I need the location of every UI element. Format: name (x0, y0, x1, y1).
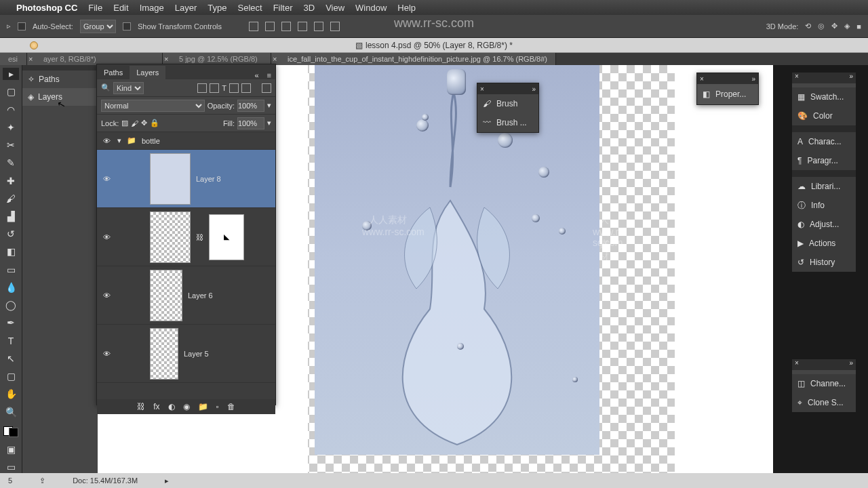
hand-tool[interactable]: ✋ (3, 388, 19, 400)
layer-group[interactable]: 👁 ▾ 📁 bottle (97, 132, 275, 150)
layer-name[interactable]: Layer 8 (196, 175, 221, 183)
layer-thumbnail[interactable] (150, 211, 191, 263)
layer-mask-thumbnail[interactable]: ◣ (209, 214, 244, 260)
menu-type[interactable]: Type (208, 3, 226, 13)
menu-file[interactable]: File (88, 3, 102, 13)
link-layers-icon[interactable]: ⛓ (137, 402, 145, 411)
auto-select-checkbox[interactable] (18, 22, 26, 30)
3d-icon[interactable]: ✥ (831, 22, 837, 30)
close-icon[interactable]: × (480, 85, 484, 93)
lock-all-icon[interactable]: 🔒 (150, 119, 159, 127)
visibility-icon[interactable]: 👁 (101, 137, 112, 145)
marquee-tool[interactable]: ▢ (3, 85, 19, 98)
gradient-tool[interactable]: ▭ (3, 264, 19, 276)
paragraph-item[interactable]: ¶Paragr... (792, 151, 856, 170)
close-icon[interactable]: × (700, 75, 704, 83)
auto-select-dropdown[interactable]: Group (80, 20, 116, 33)
visibility-icon[interactable]: 👁 (101, 175, 112, 183)
filter-adjust-icon[interactable] (210, 83, 219, 93)
visibility-icon[interactable]: 👁 (101, 233, 112, 241)
layer-thumbnail[interactable] (150, 270, 182, 321)
share-icon[interactable]: ⇪ (39, 476, 45, 485)
dodge-tool[interactable]: ◯ (3, 299, 19, 311)
filter-toggle[interactable] (262, 83, 271, 93)
shape-tool[interactable]: ▢ (3, 370, 19, 382)
eyedropper-tool[interactable]: ✎ (3, 157, 19, 169)
align-icon[interactable] (265, 22, 275, 31)
show-transform-checkbox[interactable] (123, 22, 131, 30)
visibility-icon[interactable]: 👁 (101, 350, 112, 358)
character-item[interactable]: ACharac... (792, 132, 856, 151)
menu-select[interactable]: Select (237, 3, 262, 13)
layers-tab[interactable]: Layers (130, 66, 165, 79)
brush-presets-item[interactable]: 〰Brush ... (477, 113, 538, 132)
align-icon[interactable] (330, 22, 340, 31)
opacity-input[interactable] (237, 100, 264, 112)
menu-help[interactable]: Help (397, 3, 416, 13)
layer-thumbnail[interactable] (150, 328, 178, 380)
clone-source-item[interactable]: ⌖Clone S... (792, 393, 856, 412)
align-icon[interactable] (281, 22, 291, 31)
panel-menu-icon[interactable]: ≡ (263, 71, 275, 79)
new-layer-icon[interactable]: ▫ (216, 402, 219, 411)
adjustments-item[interactable]: ◐Adjust... (792, 215, 856, 234)
visibility-icon[interactable]: 👁 (101, 291, 112, 300)
path-select-tool[interactable]: ↖ (3, 352, 19, 365)
color-item[interactable]: 🎨Color (792, 106, 856, 125)
tool-preset-icon[interactable]: ▹ (7, 22, 11, 30)
filter-pixel-icon[interactable] (197, 83, 207, 93)
fx-icon[interactable]: fx (153, 402, 159, 411)
group-name[interactable]: bottle (142, 137, 160, 145)
link-icon[interactable]: ⛓ (196, 233, 203, 241)
menu-layer[interactable]: Layer (175, 3, 197, 13)
zoom-tool[interactable]: 🔍 (3, 405, 19, 418)
paths-tab[interactable]: Paths (97, 66, 130, 79)
panel-collapse-icon[interactable]: « (250, 71, 262, 79)
align-icon[interactable] (314, 22, 323, 31)
properties-item[interactable]: ◧Proper... (697, 84, 758, 104)
menu-window[interactable]: Window (355, 3, 387, 13)
heal-tool[interactable]: ✚ (3, 174, 19, 186)
filter-shape-icon[interactable] (229, 83, 239, 93)
quickmask-tool[interactable]: ▣ (3, 443, 19, 455)
magic-wand-tool[interactable]: ✦ (3, 121, 19, 134)
layer-item[interactable]: 👁 Layer 5 (97, 325, 275, 383)
layers-dock-tab[interactable]: ◈ Layers (22, 88, 98, 106)
paths-dock-tab[interactable]: ✧ Paths (22, 70, 98, 88)
color-swatches[interactable] (3, 426, 18, 438)
expand-icon[interactable]: » (532, 85, 536, 93)
status-arrow-icon[interactable]: ▸ (165, 476, 169, 485)
close-icon[interactable]: × (795, 359, 799, 370)
eraser-tool[interactable]: ◧ (3, 245, 19, 258)
swatches-item[interactable]: ▦Swatch... (792, 87, 856, 106)
screen-mode-tool[interactable]: ▭ (3, 461, 19, 473)
layer-name[interactable]: Layer 5 (184, 350, 209, 358)
crop-tool[interactable]: ✂ (3, 139, 19, 151)
menu-edit[interactable]: Edit (113, 3, 128, 13)
history-item[interactable]: ↺History (792, 253, 856, 272)
lock-position-icon[interactable]: ✥ (141, 119, 147, 127)
align-icon[interactable] (298, 22, 307, 31)
expand-icon[interactable]: » (751, 75, 755, 83)
pen-tool[interactable]: ✒ (3, 317, 19, 329)
layer-name[interactable]: Layer 6 (188, 291, 213, 300)
lock-transparency-icon[interactable]: ▨ (121, 119, 128, 127)
traffic-light-icon[interactable] (30, 41, 38, 49)
menu-filter[interactable]: Filter (273, 3, 293, 13)
expand-icon[interactable]: » (849, 359, 853, 370)
libraries-item[interactable]: ☁Librari... (792, 177, 856, 196)
move-tool[interactable]: ▸ (3, 68, 19, 80)
doc-tab[interactable]: esi (0, 53, 27, 65)
doc-tab-active[interactable]: ×ice_fall_into_the_cup_of_instant_highde… (271, 53, 556, 65)
3d-icon[interactable]: ◎ (818, 22, 825, 30)
3d-icon[interactable]: ◈ (844, 22, 850, 30)
actions-item[interactable]: ▶Actions (792, 234, 856, 253)
menu-3d[interactable]: 3D (304, 3, 315, 13)
menu-image[interactable]: Image (140, 3, 164, 13)
history-brush-tool[interactable]: ↺ (3, 228, 19, 240)
dropdown-icon[interactable]: ▾ (267, 119, 271, 127)
layer-item[interactable]: 👁 ⛓ ◣ (97, 208, 275, 266)
blend-mode-dropdown[interactable]: Normal (101, 100, 205, 112)
3d-icon[interactable]: ⟲ (805, 22, 811, 30)
3d-icon[interactable]: ■ (856, 22, 861, 30)
